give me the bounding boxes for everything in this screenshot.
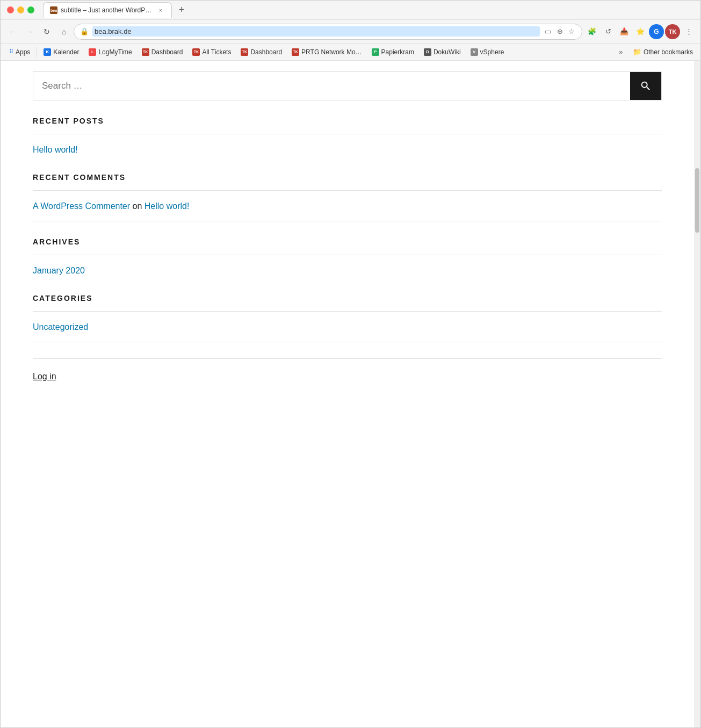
alltickets-favicon: TK (192, 48, 200, 56)
other-bookmarks-label: Other bookmarks (644, 48, 693, 56)
bookmark-alltickets-label: All Tickets (202, 48, 231, 56)
scrollbar-thumb[interactable] (695, 168, 699, 233)
refresh-button[interactable]: ↻ (39, 24, 54, 39)
bookmark-logmytime-label: LogMyTime (98, 48, 132, 56)
vsphere-favicon: V (471, 48, 478, 56)
address-bar-icons: ▭ ⊕ ☆ (543, 27, 576, 37)
maximize-window-button[interactable] (27, 6, 34, 13)
bookmark-alltickets[interactable]: TK All Tickets (188, 46, 235, 59)
active-tab[interactable]: bea subtitle – Just another WordPre… × (43, 2, 172, 18)
scrollbar[interactable] (694, 61, 700, 727)
bookmark-dokuwiki-label: DokuWiki (433, 48, 461, 56)
forward-button[interactable]: → (22, 24, 37, 39)
folder-icon: 📁 (633, 48, 641, 56)
archives-title: ARCHIVES (33, 237, 662, 246)
minimize-window-button[interactable] (17, 6, 24, 13)
history-button[interactable]: ↺ (601, 24, 616, 39)
bookmarks-manager-button[interactable]: ⭐ (633, 24, 648, 39)
comment-on-text: on (133, 201, 144, 211)
bookmark-dashboard2[interactable]: TK Dashboard (236, 46, 286, 59)
new-tab-button[interactable]: + (174, 3, 189, 18)
bookmark-kalender-label: Kalender (53, 48, 79, 56)
page-content: RECENT POSTS Hello world! RECENT COMMENT… (1, 61, 700, 727)
recent-posts-title: RECENT POSTS (33, 117, 662, 125)
close-window-button[interactable] (7, 6, 14, 13)
nav-bar: ← → ↻ ⌂ 🔒 bea.brak.de ▭ ⊕ ☆ 🧩 ↺ 📥 ⭐ G TK… (1, 20, 700, 44)
comment-divider (33, 221, 662, 221)
page-bottom-divider (33, 358, 662, 359)
bookmark-dokuwiki[interactable]: D DokuWiki (420, 46, 465, 59)
bookmark-prtg-label: PRTG Network Mo… (301, 48, 362, 56)
other-bookmarks-item[interactable]: 📁 Other bookmarks (630, 46, 696, 59)
downloads-button[interactable]: 📥 (617, 24, 632, 39)
comment-entry: A WordPress Commenter on Hello world! (33, 199, 662, 213)
meta-widget: Log in (33, 370, 662, 384)
bookmark-dashboard2-label: Dashboard (250, 48, 282, 56)
dashboard2-favicon: TK (241, 48, 248, 56)
recent-post-hello-world[interactable]: Hello world! (33, 143, 662, 157)
categories-bottom-divider (33, 342, 662, 342)
category-uncategorized[interactable]: Uncategorized (33, 320, 662, 334)
bookmark-logmytime[interactable]: L LogMyTime (84, 46, 136, 59)
search-icon (640, 80, 652, 92)
tab-close-button[interactable]: × (156, 6, 165, 15)
bookmarks-more: » 📁 Other bookmarks (615, 46, 696, 59)
url-display[interactable]: bea.brak.de (92, 26, 540, 37)
page-main: RECENT POSTS Hello world! RECENT COMMENT… (1, 61, 694, 727)
address-bar[interactable]: 🔒 bea.brak.de ▭ ⊕ ☆ (74, 24, 582, 40)
tab-bar: bea subtitle – Just another WordPre… × + (43, 2, 694, 18)
bookmark-vsphere-label: vSphere (480, 48, 504, 56)
recent-posts-widget: RECENT POSTS Hello world! (33, 117, 662, 157)
archives-divider (33, 255, 662, 255)
browser-window: bea subtitle – Just another WordPre… × +… (0, 0, 701, 728)
recent-posts-divider (33, 134, 662, 134)
traffic-lights (7, 6, 34, 13)
logmytime-favicon: L (89, 48, 96, 56)
tab-favicon: bea (50, 6, 57, 14)
bookmark-apps-label: Apps (16, 48, 30, 56)
archives-widget: ARCHIVES January 2020 (33, 237, 662, 278)
user-profile-button[interactable]: TK (665, 24, 680, 39)
extensions-button[interactable]: 🧩 (584, 24, 599, 39)
bookmark-kalender[interactable]: K Kalender (39, 46, 83, 59)
search-widget (33, 71, 662, 100)
bookmark-vsphere[interactable]: V vSphere (466, 46, 509, 59)
tab-title: subtitle – Just another WordPre… (61, 6, 153, 14)
comment-author-link[interactable]: A WordPress Commenter (33, 201, 130, 211)
recent-comments-widget: RECENT COMMENTS A WordPress Commenter on… (33, 173, 662, 221)
categories-divider (33, 311, 662, 312)
zoom-icon[interactable]: ⊕ (555, 27, 565, 37)
kalender-favicon: K (44, 48, 51, 56)
comment-post-link[interactable]: Hello world! (144, 201, 190, 211)
bookmark-separator (37, 47, 37, 57)
chrome-menu-button[interactable]: ⋮ (681, 24, 696, 39)
prtg-favicon: TK (292, 48, 299, 56)
more-bookmarks-button[interactable]: » (615, 46, 627, 59)
recent-comments-title: RECENT COMMENTS (33, 173, 662, 182)
bookmarks-bar: ⠿ Apps K Kalender L LogMyTime TK Dashboa… (1, 44, 700, 61)
google-profile-button[interactable]: G (649, 24, 664, 39)
dashboard1-favicon: TK (142, 48, 149, 56)
meta-login-link[interactable]: Log in (33, 370, 662, 384)
categories-title: CATEGORIES (33, 294, 662, 302)
apps-icon: ⠿ (9, 48, 13, 55)
papierkram-favicon: P (372, 48, 379, 56)
title-bar: bea subtitle – Just another WordPre… × + (1, 1, 700, 20)
bookmark-star-icon[interactable]: ☆ (567, 27, 576, 37)
search-submit-button[interactable] (630, 72, 661, 100)
archive-jan-2020[interactable]: January 2020 (33, 264, 662, 278)
bookmark-papierkram-label: Papierkram (381, 48, 414, 56)
categories-widget: CATEGORIES Uncategorized (33, 294, 662, 342)
bookmark-apps[interactable]: ⠿ Apps (5, 46, 34, 59)
recent-comments-divider (33, 190, 662, 191)
bookmark-dashboard1-label: Dashboard (151, 48, 183, 56)
bookmark-papierkram[interactable]: P Papierkram (367, 46, 418, 59)
bookmark-prtg[interactable]: TK PRTG Network Mo… (287, 46, 366, 59)
back-button[interactable]: ← (5, 24, 20, 39)
nav-right-icons: 🧩 ↺ 📥 ⭐ G TK ⋮ (584, 24, 696, 39)
dokuwiki-favicon: D (424, 48, 431, 56)
bookmark-dashboard1[interactable]: TK Dashboard (138, 46, 187, 59)
home-button[interactable]: ⌂ (56, 24, 71, 39)
search-input[interactable] (33, 72, 630, 100)
cast-icon[interactable]: ▭ (543, 27, 553, 37)
